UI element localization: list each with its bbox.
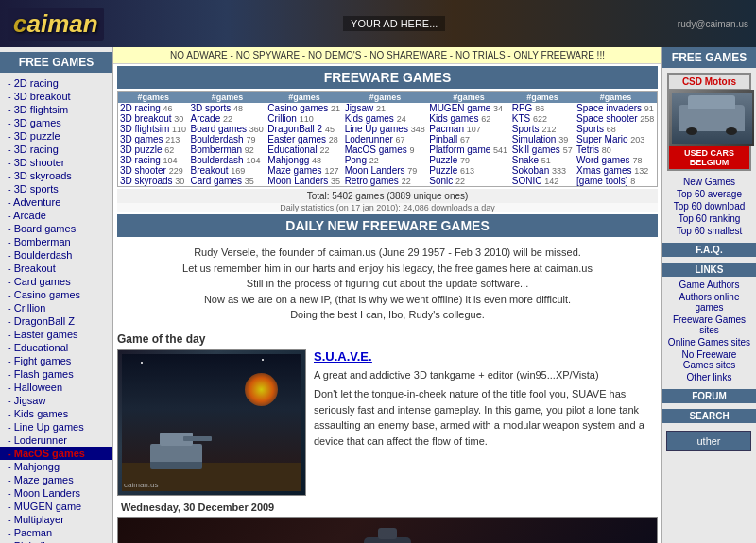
game-link-platform[interactable]: Platform game 541 xyxy=(429,144,507,155)
sidebar-item-casino-games[interactable]: - Casino games xyxy=(0,288,112,301)
game-link-retro[interactable]: Retro games 22 xyxy=(345,176,426,186)
sidebar-item-fight-games[interactable]: - Fight games xyxy=(0,354,112,367)
game-link-3d-sports[interactable]: 3D sports 48 xyxy=(191,103,265,113)
sidebar-item-breakout[interactable]: - Breakout xyxy=(0,262,112,275)
right-link-top60-smallest[interactable]: Top 60 smallest xyxy=(662,225,756,237)
sidebar-item-flash-games[interactable]: - Flash games xyxy=(0,367,112,381)
sidebar-item-multiplayer[interactable]: - Multiplayer xyxy=(0,513,112,526)
sidebar-item-halloween[interactable]: - Halloween xyxy=(0,381,112,394)
game-link-pinball[interactable]: Pinball 67 xyxy=(429,134,507,144)
sidebar-item-3d-sports[interactable]: - 3D sports xyxy=(0,182,112,195)
game-link-xmas[interactable]: Xmas games 132 xyxy=(576,165,655,176)
sidebar-item-dragonball-z[interactable]: - DragonBall Z xyxy=(0,314,112,328)
sidebar-item-loderunner[interactable]: - Loderunner xyxy=(0,433,112,447)
game-link-casino-games[interactable]: Casino games 21 xyxy=(267,103,340,113)
game-link-breakout[interactable]: Breakout 169 xyxy=(191,165,265,176)
right-link-online-sites[interactable]: Online Games sites xyxy=(662,336,756,348)
game-link-card-games[interactable]: Card games 35 xyxy=(191,176,265,186)
game-link-loderunner[interactable]: Loderunner 67 xyxy=(345,134,426,144)
game-link-rpg[interactable]: RPG 86 xyxy=(512,103,573,113)
game-link-3d-shooter[interactable]: 3D shooter 229 xyxy=(120,165,187,176)
game-link-3d-games[interactable]: 3D games 213 xyxy=(120,134,187,144)
game-link-kids2[interactable]: Kids games 62 xyxy=(429,113,507,124)
game-link-sonic2[interactable]: SONIC 142 xyxy=(512,176,573,186)
sidebar-item-maze-games[interactable]: - Maze games xyxy=(0,473,112,486)
game-link-boulderdash[interactable]: Boulderdash 79 xyxy=(191,134,265,144)
sidebar-item-3d-shooter[interactable]: - 3D shooter xyxy=(0,156,112,169)
game-link-kids-games[interactable]: Kids games 24 xyxy=(345,113,426,124)
game-link-tools[interactable]: [game tools] 8 xyxy=(576,176,655,186)
game-link-sonic[interactable]: Sonic 22 xyxy=(429,176,507,186)
sidebar-item-macos-games[interactable]: - MacOS games xyxy=(0,447,112,460)
sidebar-item-jigsaw[interactable]: - Jigsaw xyxy=(0,394,112,407)
game-link-mahjongg[interactable]: Mahjongg 48 xyxy=(267,155,340,165)
sidebar-item-board-games[interactable]: - Board games xyxy=(0,222,112,235)
sidebar-item-kids-games[interactable]: - Kids games xyxy=(0,407,112,420)
game-link-boulderdash2[interactable]: Boulderdash 104 xyxy=(191,155,265,165)
right-link-top60-download[interactable]: Top 60 download xyxy=(662,200,756,212)
right-link-no-freeware[interactable]: No Freeware Games sites xyxy=(662,348,756,371)
right-link-freeware-sites[interactable]: Freeware Games sites xyxy=(662,314,756,336)
sidebar-item-boulderdash[interactable]: - Boulderdash xyxy=(0,248,112,262)
game-link-easter[interactable]: Easter games 28 xyxy=(267,134,340,144)
uther-button[interactable]: uther xyxy=(666,431,751,451)
game-link-arcade[interactable]: Arcade 22 xyxy=(191,113,265,124)
right-section-forum[interactable]: FORUM xyxy=(662,389,756,403)
game-link-jigsaw[interactable]: Jigsaw 21 xyxy=(345,103,426,113)
game-link-macos[interactable]: MacOS games 9 xyxy=(345,144,426,155)
game-link-sokoban[interactable]: Sokoban 333 xyxy=(512,165,573,176)
sidebar-item-educational[interactable]: - Educational xyxy=(0,341,112,354)
sidebar-item-arcade[interactable]: - Arcade xyxy=(0,209,112,222)
sidebar-item-easter-games[interactable]: - Easter games xyxy=(0,328,112,341)
game-link-maze-games[interactable]: Maze games 127 xyxy=(267,165,340,176)
game-link-tetris[interactable]: Tetris 80 xyxy=(576,144,655,155)
right-ad-box[interactable]: CSD Motors USED CARS BELGIUM xyxy=(667,73,751,171)
game-link-board-games[interactable]: Board games 360 xyxy=(191,124,265,134)
game-link-pacman[interactable]: Pacman 107 xyxy=(429,124,507,134)
right-link-new-games[interactable]: New Games xyxy=(662,176,756,188)
game-link-mugen[interactable]: MUGEN game 34 xyxy=(429,103,507,113)
game-link-sports2[interactable]: Sports 68 xyxy=(576,124,655,134)
game-link-super-mario[interactable]: Super Mario 203 xyxy=(576,134,655,144)
game-link-3d-flightsim[interactable]: 3D flightsim 110 xyxy=(120,124,187,134)
game-link-skill[interactable]: Skill games 57 xyxy=(512,144,573,155)
right-section-search[interactable]: SEARCH xyxy=(662,409,756,423)
game-link-educational[interactable]: Educational 22 xyxy=(267,144,340,155)
sidebar-item-3d-puzzle[interactable]: - 3D puzzle xyxy=(0,129,112,143)
next-game-thumb[interactable]: Lost Ship V4 Evolution xyxy=(117,517,658,544)
right-link-top60-average[interactable]: Top 60 average xyxy=(662,188,756,200)
sidebar-item-crillion[interactable]: - Crillion xyxy=(0,301,112,314)
sidebar-item-3d-flightsim[interactable]: - 3D flightsim xyxy=(0,103,112,116)
game-link-crillion[interactable]: Crillion 110 xyxy=(267,113,340,124)
game-link-dragonball2[interactable]: DragonBall 2 45 xyxy=(267,124,340,134)
game-link-sports[interactable]: Sports 212 xyxy=(512,124,573,134)
game-link-bomberman[interactable]: Bomberman 92 xyxy=(191,144,265,155)
right-link-authors-online[interactable]: Authors online games xyxy=(662,291,756,314)
sidebar-item-pacman[interactable]: - Pacman xyxy=(0,526,112,539)
game-link-puzzle2[interactable]: Puzzle 613 xyxy=(429,165,507,176)
game-link-pong[interactable]: Pong 22 xyxy=(345,155,426,165)
sidebar-item-lineup-games[interactable]: - Line Up games xyxy=(0,420,112,433)
game-name[interactable]: S.U.A.V.E. xyxy=(314,349,658,364)
sidebar-item-bomberman[interactable]: - Bomberman xyxy=(0,235,112,248)
game-link-kts[interactable]: KTS 622 xyxy=(512,113,573,124)
header-logo[interactable]: caiman xyxy=(0,4,112,44)
sidebar-item-3d-breakout[interactable]: - 3D breakout xyxy=(0,90,112,103)
right-link-top60-ranking[interactable]: Top 60 ranking xyxy=(662,212,756,225)
right-link-other[interactable]: Other links xyxy=(662,371,756,383)
game-link-word[interactable]: Word games 78 xyxy=(576,155,655,165)
game-link-3d-skyroads[interactable]: 3D skyroads 30 xyxy=(120,176,187,186)
game-link-lineup[interactable]: Line Up games 348 xyxy=(345,124,426,134)
sidebar-item-3d-games[interactable]: - 3D games xyxy=(0,116,112,129)
game-link-2d-racing[interactable]: 2D racing 46 xyxy=(120,103,187,113)
right-link-game-authors[interactable]: Game Authors xyxy=(662,279,756,291)
game-link-moon-landers2[interactable]: Moon Landers 79 xyxy=(345,165,426,176)
right-section-faq[interactable]: F.A.Q. xyxy=(662,243,756,257)
game-link-space-inv[interactable]: Space invaders 91 xyxy=(576,103,655,113)
sidebar-item-3d-racing[interactable]: - 3D racing xyxy=(0,143,112,156)
game-link-3d-puzzle[interactable]: 3D puzzle 62 xyxy=(120,144,187,155)
sidebar-item-adventure[interactable]: - Adventure xyxy=(0,195,112,209)
game-link-moon-landers[interactable]: Moon Landers 35 xyxy=(267,176,340,186)
sidebar-item-2d-racing[interactable]: - 2D racing xyxy=(0,76,112,90)
game-link-3d-racing[interactable]: 3D racing 104 xyxy=(120,155,187,165)
